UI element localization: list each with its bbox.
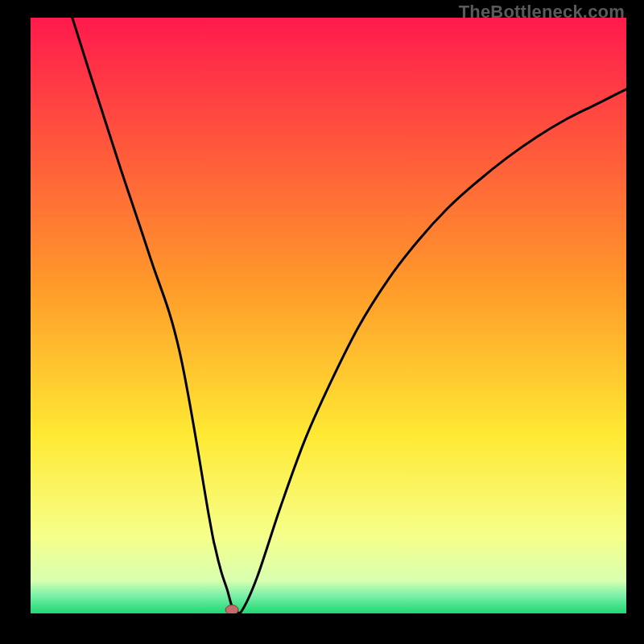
gradient-background <box>31 18 626 613</box>
chart-frame: TheBottleneck.com <box>0 0 644 644</box>
min-marker <box>225 605 238 613</box>
plot-area <box>31 18 626 613</box>
chart-svg <box>31 18 626 613</box>
